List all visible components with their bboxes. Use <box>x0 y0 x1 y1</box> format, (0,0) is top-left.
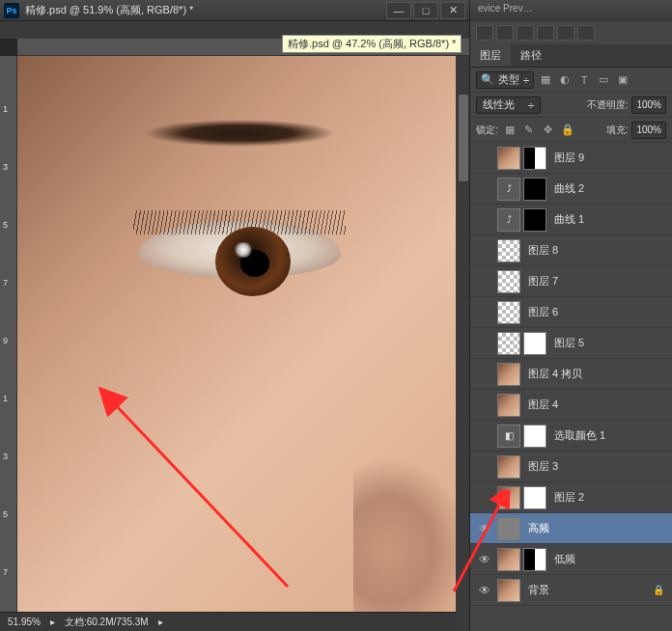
visibility-toggle[interactable] <box>474 266 495 296</box>
visibility-toggle[interactable] <box>474 143 495 173</box>
layer-row[interactable]: 👁高频 <box>470 513 672 544</box>
layer-thumbnail[interactable] <box>523 425 546 448</box>
visibility-toggle[interactable] <box>474 174 495 204</box>
layer-row[interactable]: 图层 9 <box>470 143 672 174</box>
visibility-toggle[interactable]: 👁 <box>474 544 495 574</box>
layer-name[interactable]: 图层 4 拷贝 <box>528 367 582 381</box>
layer-thumbnail[interactable]: ◧ <box>497 425 520 448</box>
chevron-icon[interactable]: ▸ <box>50 617 55 627</box>
visibility-toggle[interactable] <box>474 421 495 451</box>
layer-thumbnail[interactable] <box>497 455 520 479</box>
device-preview-tab[interactable]: evice Prev… <box>470 0 672 21</box>
filter-type-icon[interactable]: T <box>576 72 592 88</box>
blend-mode-select[interactable]: 线性光 ÷ <box>476 96 541 114</box>
layer-row[interactable]: ◧选取颜色 1 <box>470 421 672 452</box>
ruler-vertical[interactable]: 1 3 5 7 9 1 3 5 7 <box>0 56 17 612</box>
layer-name[interactable]: 图层 5 <box>554 336 584 350</box>
layer-thumbnail[interactable] <box>497 486 520 509</box>
filter-pixel-icon[interactable]: ▦ <box>538 72 553 88</box>
layer-name[interactable]: 高频 <box>528 521 549 535</box>
visibility-toggle[interactable] <box>474 452 495 481</box>
tab-layers[interactable]: 图层 <box>470 44 511 67</box>
preset-icon[interactable] <box>557 25 574 41</box>
visibility-toggle[interactable] <box>474 328 495 358</box>
preset-icon[interactable] <box>476 25 493 41</box>
layer-thumbnail[interactable] <box>497 517 520 540</box>
layer-thumbnail[interactable] <box>523 332 546 355</box>
layer-thumbnail[interactable] <box>523 486 546 509</box>
fill-field[interactable]: 100% <box>631 122 666 139</box>
filter-smart-icon[interactable]: ▣ <box>615 72 630 88</box>
layer-thumbnail[interactable] <box>497 332 520 355</box>
layer-row[interactable]: 图层 8 <box>470 235 672 266</box>
layer-thumbnail[interactable] <box>523 178 546 201</box>
layer-name[interactable]: 低频 <box>554 552 575 566</box>
filter-shape-icon[interactable]: ▭ <box>596 72 611 88</box>
layer-thumbnail[interactable] <box>497 239 520 262</box>
preset-icon[interactable] <box>577 25 595 41</box>
tab-paths[interactable]: 路径 <box>511 44 551 67</box>
visibility-toggle[interactable] <box>474 359 495 389</box>
layer-row[interactable]: ⤴曲线 2 <box>470 174 672 205</box>
layers-list: 图层 9⤴曲线 2⤴曲线 1图层 8图层 7图层 6图层 5图层 4 拷贝图层 … <box>470 143 672 631</box>
layer-thumbnail[interactable] <box>497 579 520 602</box>
opacity-field[interactable]: 100% <box>631 96 666 114</box>
visibility-toggle[interactable]: 👁 <box>474 513 495 543</box>
chevron-icon[interactable]: ▸ <box>158 617 163 627</box>
layer-thumbnail[interactable] <box>523 147 546 170</box>
visibility-toggle[interactable] <box>474 390 495 420</box>
canvas-scrollbar[interactable] <box>456 56 469 631</box>
minimize-button[interactable]: — <box>386 2 411 19</box>
preset-icon[interactable] <box>496 25 514 41</box>
layer-name[interactable]: 图层 2 <box>554 490 584 505</box>
layer-thumbnail[interactable] <box>497 301 520 324</box>
layer-thumbnail[interactable] <box>497 548 520 571</box>
layer-name[interactable]: 图层 3 <box>528 459 558 474</box>
layer-thumbnail[interactable] <box>497 363 520 386</box>
visibility-toggle[interactable] <box>474 482 495 512</box>
layer-name[interactable]: 曲线 1 <box>554 212 584 227</box>
layer-name[interactable]: 图层 6 <box>528 305 558 319</box>
layer-name[interactable]: 曲线 2 <box>554 181 584 196</box>
filter-adjust-icon[interactable]: ◐ <box>557 72 573 88</box>
layer-row[interactable]: 👁背景🔒 <box>470 575 672 606</box>
visibility-toggle[interactable] <box>474 235 495 265</box>
visibility-toggle[interactable] <box>474 297 495 327</box>
lock-pixels-icon[interactable]: ✎ <box>521 123 537 138</box>
visibility-toggle[interactable]: 👁 <box>474 575 495 605</box>
layer-filter-kind[interactable]: 🔍 类型 ÷ <box>476 71 534 89</box>
layer-row[interactable]: ⤴曲线 1 <box>470 205 672 235</box>
canvas-image[interactable] <box>17 56 469 612</box>
layer-row[interactable]: 图层 6 <box>470 297 672 328</box>
lock-transparency-icon[interactable]: ▦ <box>502 123 518 138</box>
layer-thumbnail[interactable] <box>497 147 520 170</box>
layer-row[interactable]: 图层 4 拷贝 <box>470 359 672 390</box>
layer-thumbnail[interactable] <box>497 394 520 417</box>
layer-row[interactable]: 图层 5 <box>470 328 672 359</box>
preset-icon[interactable] <box>537 25 554 41</box>
layer-name[interactable]: 选取颜色 1 <box>554 428 605 443</box>
layer-name[interactable]: 图层 8 <box>528 243 558 258</box>
fill-label: 填充: <box>606 123 629 137</box>
layer-row[interactable]: 图层 4 <box>470 390 672 421</box>
visibility-toggle[interactable] <box>474 205 495 234</box>
layer-thumbnail[interactable] <box>523 208 546 232</box>
close-button[interactable]: ✕ <box>440 2 465 19</box>
lock-all-icon[interactable]: 🔒 <box>560 123 575 138</box>
lock-position-icon[interactable]: ✥ <box>541 123 556 138</box>
maximize-button[interactable]: □ <box>413 2 438 19</box>
layer-thumbnail[interactable] <box>497 270 520 293</box>
preset-icon[interactable] <box>517 25 534 41</box>
layer-thumbnail[interactable]: ⤴ <box>497 178 520 201</box>
layer-thumbnail[interactable] <box>523 548 546 571</box>
layer-name[interactable]: 图层 7 <box>528 274 558 288</box>
layer-row[interactable]: 👁低频 <box>470 544 672 575</box>
layer-row[interactable]: 图层 2 <box>470 482 672 513</box>
layer-thumbnail[interactable]: ⤴ <box>497 208 520 232</box>
layer-row[interactable]: 图层 3 <box>470 452 672 482</box>
layer-name[interactable]: 图层 4 <box>528 398 558 412</box>
layer-row[interactable]: 图层 7 <box>470 266 672 297</box>
zoom-level[interactable]: 51.95% <box>8 617 41 627</box>
layer-name[interactable]: 背景 <box>528 583 549 597</box>
layer-name[interactable]: 图层 9 <box>554 151 584 165</box>
